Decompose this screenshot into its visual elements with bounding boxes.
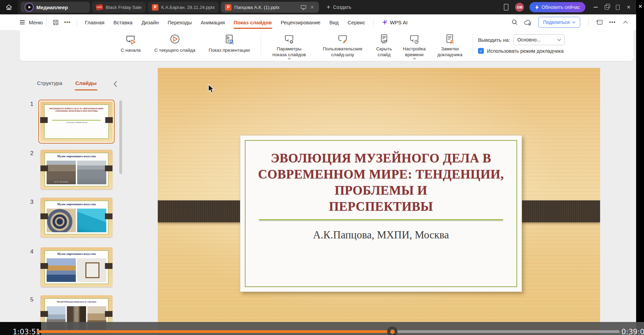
plus-icon: + — [326, 3, 330, 11]
menu-button[interactable]: Меню — [20, 20, 43, 25]
separator — [46, 18, 47, 26]
menu-tab-review[interactable]: Рецензирование — [276, 20, 325, 25]
chevron-down-icon — [572, 21, 575, 23]
hide-slide-button[interactable]: Скрыть слайд — [370, 33, 398, 60]
tab-media-player[interactable]: Медиаплеер — [21, 2, 90, 13]
tab-black-friday[interactable]: FREE Black Friday Sale — [92, 2, 146, 13]
avatar[interactable]: GM — [515, 3, 524, 12]
notes-label-1: Заметки — [441, 46, 459, 51]
close-window-icon[interactable]: ✕ — [627, 4, 631, 10]
sidebar-scrollbar[interactable] — [119, 100, 122, 174]
cloud-sync-button[interactable] — [522, 17, 534, 27]
photo-guggenheim — [47, 258, 76, 282]
close-tab-icon[interactable]: ✕ — [309, 4, 315, 10]
tab-label: Папцова А.К. (1).pptx — [234, 5, 279, 10]
slide-number: 1 — [30, 101, 33, 108]
thumb-side-bar — [40, 263, 48, 269]
home-button[interactable] — [0, 0, 18, 14]
collapse-ribbon-button[interactable] — [620, 17, 631, 27]
video-letterbox-strip: ✕ — [636, 0, 644, 335]
display-on-select[interactable]: Основно... — [513, 34, 565, 45]
display-on-row: Выводить на: Основно... — [478, 34, 565, 45]
update-now-button[interactable]: Обновить сейчас — [529, 2, 585, 12]
slide-canvas[interactable]: ЭВОЛЮЦИЯ МУЗЕЙНОГО ДЕЛА В СОВРЕМЕННОМ МИ… — [158, 68, 600, 335]
elapsed-time: 1:03:51 — [13, 328, 40, 335]
circle-play-icon — [168, 33, 182, 47]
wps-ai-button[interactable]: WPS AI — [377, 19, 413, 25]
presentation-file-icon: P — [225, 4, 231, 11]
slideshow-options-button[interactable]: Параметры показа слайдов — [264, 33, 314, 60]
slide-title[interactable]: ЭВОЛЮЦИЯ МУЗЕЙНОГО ДЕЛА В СОВРЕМЕННОМ МИ… — [251, 150, 511, 214]
presenter-mode-row: ✓ Использовать режим докладчика — [478, 48, 564, 54]
thumb-subtitle: А.К.Папцова, МХПИ, Москва — [45, 122, 108, 123]
slide-divider-line — [259, 219, 503, 220]
mobile-device-icon[interactable] — [503, 3, 510, 11]
sidebar-toggle-icon[interactable] — [616, 5, 620, 10]
rehearse-timings-button[interactable]: Настройка времени — [398, 33, 430, 60]
slide-thumbnail-4[interactable]: Музеи современного искусства — [40, 247, 112, 287]
edit-toolbar-button[interactable] — [594, 17, 605, 27]
thumb-slide-panel: Музеи современного искусства TATE MODERN — [45, 153, 108, 186]
search-icon — [511, 19, 518, 26]
menu-tab-animation[interactable]: Анимация — [196, 20, 229, 25]
slide-thumbnail-2[interactable]: Музеи современного искусства TATE MODERN — [40, 150, 112, 189]
thumb-title: Музеи современного искусства — [45, 155, 108, 158]
custom-shows-label-1: Пользовательские — [323, 46, 362, 51]
thumb-side-bar — [105, 117, 113, 123]
hide-slide-label-2: слайд — [378, 52, 391, 57]
monitor-gear-icon — [283, 33, 296, 45]
slide-thumbnail-1[interactable]: ЭВОЛЮЦИЯ МУЗЕЙНОГО ДЕЛА В СОВРЕМЕННОМ МИ… — [38, 100, 115, 144]
save-button[interactable] — [50, 17, 62, 27]
video-close-icon[interactable]: ✕ — [638, 3, 643, 10]
menu-tab-home[interactable]: Главная — [81, 20, 109, 25]
from-current-slide-button[interactable]: С текущего слайда — [150, 33, 200, 60]
separator — [373, 18, 373, 26]
new-tab-button[interactable]: + Создать — [326, 3, 351, 11]
player-scrubber-handle[interactable] — [387, 326, 397, 335]
presenter-mode-label: Использовать режим докладчика — [487, 48, 564, 54]
minimize-icon[interactable] — [594, 7, 598, 8]
menu-tab-insert[interactable]: Вставка — [109, 20, 137, 25]
rehearse-label-2: времени — [405, 52, 424, 57]
workspace: Структура Слайды 1 ЭВОЛЮЦИЯ МУЗЕЙНОГО ДЕ… — [0, 68, 636, 335]
options-label-1: Параметры — [277, 46, 301, 51]
menu-tab-view[interactable]: Вид — [325, 20, 343, 25]
share-button[interactable]: Поделиться — [538, 17, 580, 28]
tab-paptsova-pptx[interactable]: P Папцова А.К. (1).pptx ✕ — [221, 2, 319, 13]
thumb-photos — [47, 209, 106, 232]
menu-tab-slideshow[interactable]: Показ слайдов — [229, 20, 276, 25]
presenter-notes-button[interactable]: Заметки докладчика — [431, 33, 469, 60]
from-beginning-button[interactable]: С начала — [112, 33, 149, 60]
photo-pool — [77, 209, 106, 232]
menu-tab-transitions[interactable]: Переходы — [163, 20, 196, 25]
separator — [588, 18, 589, 26]
more-file-actions-icon[interactable]: ••• — [62, 17, 73, 27]
menu-tab-tools[interactable]: Сервис — [343, 20, 370, 25]
thumb-title: Музеи современного искусства — [45, 203, 108, 206]
show-presentation-button[interactable]: Показ презентации — [201, 33, 258, 60]
hide-slide-label-1: Скрыть — [376, 46, 392, 51]
titlebar: Медиаплеер FREE Black Friday Sale P К.А.… — [0, 0, 636, 14]
collapse-panel-icon[interactable] — [113, 80, 118, 89]
restore-window-icon[interactable] — [605, 5, 609, 10]
tab-outline[interactable]: Структура — [37, 80, 62, 86]
thumb-side-bar — [40, 165, 48, 171]
player-progress-track[interactable] — [37, 330, 620, 333]
chevron-down-icon — [557, 39, 561, 41]
monitor-icon[interactable] — [300, 4, 307, 10]
cloud-icon — [524, 19, 532, 26]
menu-tab-design[interactable]: Дизайн — [137, 20, 163, 25]
more-toolbar-icon[interactable]: ••• — [607, 17, 618, 27]
tab-slides[interactable]: Слайды — [75, 80, 97, 86]
slide-text-panel[interactable]: ЭВОЛЮЦИЯ МУЗЕЙНОГО ДЕЛА В СОВРЕМЕННОМ МИ… — [240, 135, 522, 292]
slide-thumbnail-3[interactable]: Музеи современного искусства — [40, 198, 112, 237]
tab-bargan-pptx[interactable]: P К.А.Барган. 28.11.24.pptx — [148, 2, 219, 13]
app-window: Медиаплеер FREE Black Friday Sale P К.А.… — [0, 0, 644, 335]
hidden-eye-document-icon — [378, 33, 391, 45]
slide-subtitle[interactable]: А.К.Папцова, МХПИ, Москва — [240, 229, 522, 241]
remaining-time: 0:39:0 — [621, 328, 644, 335]
thumb-side-bar — [105, 165, 112, 171]
search-button[interactable] — [509, 17, 521, 27]
custom-shows-button[interactable]: Пользовательские слайд-шоу — [315, 33, 370, 60]
presenter-mode-checkbox[interactable]: ✓ — [478, 48, 484, 54]
